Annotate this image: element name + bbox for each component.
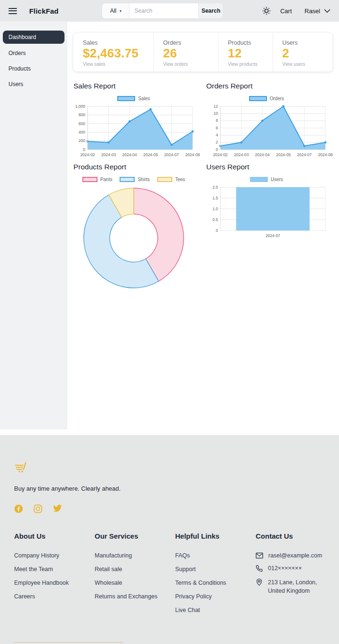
facebook-icon[interactable] — [14, 504, 23, 513]
footer-link[interactable]: Terms & Conditions — [175, 580, 256, 586]
view-users-link[interactable]: View users — [282, 62, 333, 67]
footer-link[interactable]: Employee Handbook — [14, 580, 95, 586]
stat-sales: Sales $2,463.75 View sales — [73, 33, 154, 72]
svg-text:2024-05: 2024-05 — [143, 152, 158, 157]
svg-text:400: 400 — [79, 130, 85, 135]
svg-text:2024-04: 2024-04 — [255, 152, 270, 157]
users-chart-legend: Users — [206, 177, 327, 182]
content-area: Dashboard Orders Products Users Sales $2… — [0, 22, 339, 435]
user-dropdown[interactable]: Rasel — [305, 8, 331, 15]
svg-text:1.5: 1.5 — [212, 196, 218, 200]
search-input[interactable] — [129, 3, 198, 18]
svg-text:4: 4 — [216, 133, 218, 137]
footer-link[interactable]: FAQs — [175, 552, 256, 559]
footer-col-about: About Us Company History Meet the Team E… — [14, 532, 95, 620]
footer-link[interactable]: Careers — [14, 593, 95, 600]
footer-link[interactable]: Privacy Policy — [175, 593, 256, 600]
header-actions: Cart Rasel — [262, 6, 331, 16]
footer-link[interactable]: Manufacturing — [95, 552, 175, 559]
svg-text:2024-04: 2024-04 — [122, 152, 137, 157]
legend-item-users[interactable]: Users — [250, 177, 283, 182]
mail-icon — [256, 552, 263, 559]
footer-link[interactable]: Retail sale — [95, 566, 175, 572]
svg-text:1,000: 1,000 — [75, 104, 86, 109]
legend-swatch — [117, 96, 135, 101]
footer-link[interactable]: Support — [175, 566, 256, 572]
svg-text:2024-07: 2024-07 — [164, 152, 179, 157]
search-category-value: All — [110, 8, 116, 14]
legend-item-sales[interactable]: Sales — [117, 96, 150, 101]
stat-value: 26 — [163, 47, 218, 61]
legend-item-shirts[interactable]: Shirts — [120, 177, 150, 182]
brand-logo[interactable]: FlickFad — [29, 7, 58, 15]
search-button[interactable]: Search — [198, 3, 223, 18]
stat-label: Sales — [83, 40, 153, 46]
contact-address: 213 Lane, London, United Kingdom — [256, 578, 336, 595]
legend-label: Sales — [138, 96, 150, 101]
products-doughnut-chart — [73, 185, 194, 291]
sidebar-item-orders[interactable]: Orders — [0, 47, 67, 60]
sidebar-item-products[interactable]: Products — [0, 62, 67, 75]
stat-value: 12 — [228, 47, 273, 61]
theme-toggle-sun-icon[interactable] — [262, 6, 271, 16]
caret-down-icon: ▾ — [120, 9, 121, 13]
legend-item-pants[interactable]: Pants — [82, 177, 113, 182]
orders-report-title: Orders Report — [206, 82, 327, 90]
legend-label: Tees — [175, 177, 185, 182]
footer-col-title: Helpful Links — [175, 532, 256, 540]
footer-link[interactable]: Live Chat — [175, 607, 256, 613]
view-products-link[interactable]: View products — [228, 62, 273, 67]
legend-item-tees[interactable]: Tees — [157, 177, 185, 182]
sidebar: Dashboard Orders Products Users — [0, 22, 67, 429]
legend-swatch — [249, 96, 267, 101]
svg-text:0: 0 — [83, 147, 85, 152]
svg-text:2024-05: 2024-05 — [276, 152, 291, 157]
users-report-title: Users Report — [206, 163, 327, 171]
stat-users: Users 2 View users — [273, 33, 333, 72]
legend-label: Shirts — [137, 177, 150, 182]
footer-col-title: Contact Us — [256, 532, 336, 540]
footer-link[interactable]: Returns and Exchanges — [95, 593, 175, 600]
stat-label: Orders — [163, 40, 218, 46]
svg-text:2024-07: 2024-07 — [266, 233, 280, 238]
stat-orders: Orders 26 View orders — [154, 33, 219, 72]
charts-grid: Sales Report Sales 02004006008001,000202… — [73, 82, 332, 291]
footer-link[interactable]: Company History — [14, 552, 95, 559]
svg-text:2.0: 2.0 — [212, 185, 218, 190]
search-category-select[interactable]: All ▾ — [102, 3, 129, 18]
sidebar-item-dashboard[interactable]: Dashboard — [3, 31, 65, 44]
chevron-down-icon — [324, 9, 331, 13]
svg-text:600: 600 — [79, 121, 85, 126]
contact-phone-text: 012××××××× — [268, 565, 302, 572]
cart-link[interactable]: Cart — [280, 8, 292, 15]
orders-chart-legend: Orders — [206, 96, 327, 101]
legend-item-orders[interactable]: Orders — [249, 96, 284, 101]
contact-phone[interactable]: 012××××××× — [256, 565, 336, 572]
users-bar-chart: 00.51.01.52.02024-07 — [206, 185, 327, 239]
orders-report-section: Orders Report Orders 0246810122024-02202… — [206, 82, 327, 158]
svg-text:200: 200 — [79, 138, 85, 143]
footer-col-title: About Us — [14, 532, 95, 540]
contact-email[interactable]: rasel@example.com — [256, 552, 336, 559]
main-panel: Sales $2,463.75 View sales Orders 26 Vie… — [67, 22, 339, 435]
instagram-icon[interactable] — [33, 504, 42, 513]
twitter-icon[interactable] — [53, 504, 62, 513]
legend-swatch — [120, 177, 135, 182]
sales-report-section: Sales Report Sales 02004006008001,000202… — [73, 82, 194, 158]
menu-icon[interactable] — [8, 8, 17, 14]
svg-text:6: 6 — [216, 126, 218, 130]
view-sales-link[interactable]: View sales — [83, 62, 153, 67]
svg-text:8: 8 — [216, 118, 218, 123]
sales-chart-legend: Sales — [73, 96, 194, 101]
footer-link[interactable]: Wholesale — [95, 580, 175, 586]
legend-swatch — [157, 177, 172, 182]
sidebar-item-users[interactable]: Users — [0, 78, 67, 91]
contact-email-text: rasel@example.com — [268, 552, 322, 559]
phone-icon — [256, 565, 263, 572]
sales-report-title: Sales Report — [73, 82, 194, 90]
legend-swatch — [250, 177, 268, 182]
footer-link[interactable]: Meet the Team — [14, 566, 95, 572]
stat-label: Users — [282, 40, 333, 46]
footer-col-services: Our Services Manufacturing Retail sale W… — [95, 532, 175, 620]
view-orders-link[interactable]: View orders — [163, 62, 218, 67]
